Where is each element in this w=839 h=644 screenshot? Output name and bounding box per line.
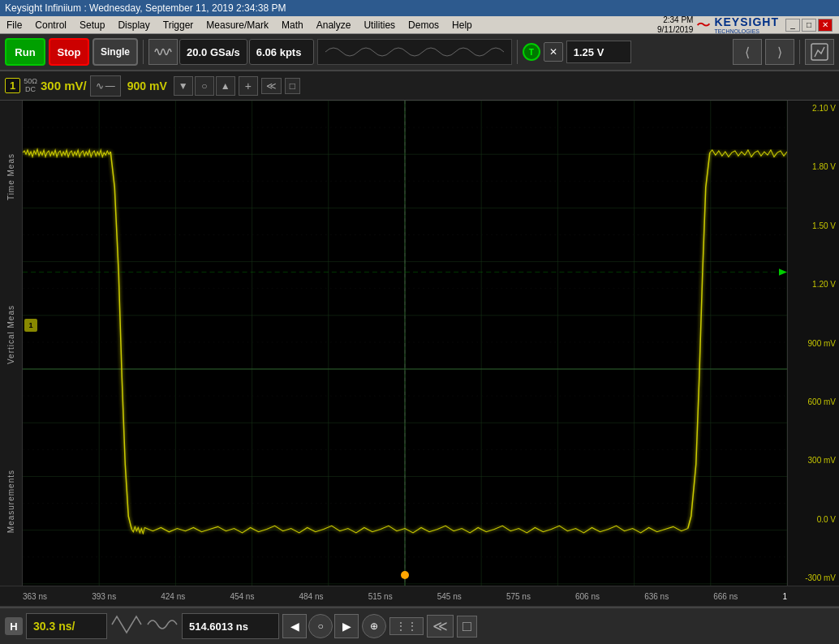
logo-clock: 2:34 PM	[657, 15, 694, 25]
nav-prev-icon[interactable]: ⟨	[733, 39, 762, 65]
menu-display[interactable]: Display	[111, 16, 156, 33]
left-labels: Time Meas Vertical Meas Measurements	[0, 101, 23, 586]
acquisition-waveform	[317, 39, 512, 65]
wave-ac-icon: ∿	[96, 80, 104, 92]
menu-utilities[interactable]: Utilities	[357, 16, 402, 33]
wave-mode2-icon	[146, 612, 179, 641]
t-label-7: 575 ns	[506, 592, 531, 601]
menu-math[interactable]: Math	[275, 16, 310, 33]
sep-1	[143, 40, 144, 64]
minimize-button[interactable]: _	[785, 19, 800, 32]
wave-form-icon[interactable]	[148, 39, 178, 65]
ch-add-btn[interactable]: +	[239, 76, 258, 96]
t-label-0: 363 ns	[23, 592, 47, 601]
collapse-btn[interactable]: □	[457, 616, 477, 638]
coupling-info: 50Ω DC	[24, 78, 37, 94]
memory-depth-display: 6.06 kpts	[249, 39, 314, 65]
expand-btn[interactable]: ≪	[427, 615, 454, 638]
v-label-6: 300 mV	[791, 456, 836, 465]
ch-collapse-btn[interactable]: □	[285, 78, 300, 94]
menu-help[interactable]: Help	[445, 16, 479, 33]
logo-brand: KEYSIGHT TECHNOLOGIES	[714, 15, 779, 35]
menu-setup[interactable]: Setup	[73, 16, 111, 33]
window-controls: _ □ ✕	[785, 19, 833, 32]
scope-canvas: 1	[23, 101, 787, 586]
trigger-indicator: T	[523, 43, 540, 61]
cursor-pos-display: 514.6013 ns	[182, 613, 279, 639]
time-axis-labels: 363 ns 393 ns 424 ns 454 ns 484 ns 515 n…	[0, 592, 787, 601]
t-label-2: 424 ns	[161, 592, 185, 601]
time-meas-label: Time Meas	[6, 153, 15, 200]
ch-expand-btn[interactable]: ≪	[261, 78, 282, 94]
toolbar-right: ⟨ ⟩	[733, 39, 834, 65]
v-label-2: 1.50 V	[791, 221, 836, 230]
time-per-div-display: 30.3 ns/	[26, 613, 107, 639]
t-label-4: 484 ns	[299, 592, 324, 601]
t-label-8: 606 ns	[575, 592, 600, 601]
menu-control[interactable]: Control	[28, 16, 73, 33]
auto-scale-icon[interactable]	[805, 39, 834, 65]
v-label-1: 1.80 V	[791, 162, 836, 171]
ch-offset-down-btn[interactable]: ▼	[174, 76, 193, 96]
sample-rate-group: 20.0 GSa/s 6.06 kpts	[148, 39, 314, 65]
horiz-badge: H	[5, 617, 23, 635]
zoom-btn[interactable]: ⊕	[362, 614, 386, 638]
brand-name: KEYSIGHT	[714, 15, 779, 28]
menu-analyze[interactable]: Analyze	[310, 16, 358, 33]
run-button[interactable]: Run	[5, 38, 45, 66]
channel-bar: 1 50Ω DC 300 mV/ ∿ — 900 mV ▼ ○ ▲ + ≪ □	[0, 71, 839, 101]
menu-file[interactable]: File	[0, 16, 28, 33]
logo-time: 2:34 PM 9/11/2019	[657, 15, 694, 35]
sample-rate-display: 20.0 GSa/s	[179, 39, 247, 65]
v-label-5: 600 mV	[791, 397, 836, 406]
wave-mode-icon	[110, 612, 143, 641]
trigger-level-display: 1.25 V	[566, 41, 631, 63]
nav-left-btn[interactable]: ◀	[282, 614, 307, 638]
v-label-0: 2.10 V	[791, 104, 836, 113]
ch-offset-display[interactable]: 900 mV	[124, 79, 170, 92]
t-label-1: 393 ns	[92, 592, 116, 601]
dots-menu-btn[interactable]: ⋮⋮	[389, 617, 424, 635]
maximize-button[interactable]: □	[802, 19, 816, 32]
bottom-bar: H 30.3 ns/ 514.6013 ns ◀ ○ ▶ ⊕ ⋮⋮ ≪ □	[0, 607, 839, 644]
display-area: Time Meas Vertical Meas Measurements	[0, 101, 839, 607]
sep-2	[517, 40, 518, 64]
single-button[interactable]: Single	[93, 38, 138, 66]
v-label-3: 1.20 V	[791, 280, 836, 289]
ref-triangle	[401, 571, 409, 579]
ch-offset-controls: ▼ ○ ▲	[174, 76, 235, 96]
coupling-label: DC	[25, 86, 36, 94]
t-label-6: 545 ns	[437, 592, 462, 601]
t-label-5: 515 ns	[368, 592, 393, 601]
measurements-label: Measurements	[6, 470, 15, 533]
trigger-x-btn[interactable]: ✕	[544, 42, 563, 62]
keysight-wave-icon: 〜	[696, 15, 711, 35]
menu-measure-mark[interactable]: Measure/Mark	[200, 16, 275, 33]
v-label-7: 0.0 V	[791, 515, 836, 524]
right-voltage-scale: 2.10 V 1.80 V 1.50 V 1.20 V 900 mV 600 m…	[787, 101, 839, 586]
menu-demos[interactable]: Demos	[402, 16, 445, 33]
sep-3	[799, 40, 800, 64]
brand-sub: TECHNOLOGIES	[714, 28, 779, 35]
close-button[interactable]: ✕	[818, 19, 833, 32]
ch-offset-up-btn[interactable]: ▲	[216, 76, 235, 96]
logo-date: 9/11/2019	[657, 25, 694, 35]
wave-dc-icon: —	[105, 80, 115, 92]
toolbar: Run Stop Single 20.0 GSa/s 6.06 kpts T ✕…	[0, 34, 839, 71]
waveform-svg	[23, 101, 787, 586]
vdiv-display[interactable]: 300 mV/	[41, 79, 87, 92]
waveform-type-btn[interactable]: ∿ —	[90, 75, 121, 97]
vertical-meas-label: Vertical Meas	[6, 305, 15, 364]
nav-next-icon[interactable]: ⟩	[765, 39, 794, 65]
nav-controls: ◀ ○ ▶	[282, 614, 359, 638]
menu-trigger[interactable]: Trigger	[157, 16, 200, 33]
logo-area: 2:34 PM 9/11/2019 〜 KEYSIGHT TECHNOLOGIE…	[657, 15, 839, 35]
t-label-right: 1	[782, 592, 787, 601]
title-text: Keysight Infiniium : Wednesday, Septembe…	[5, 2, 286, 14]
ch-offset-zero-btn[interactable]: ○	[195, 76, 214, 96]
nav-right-btn[interactable]: ▶	[334, 614, 359, 638]
channel-number-badge[interactable]: 1	[5, 78, 20, 93]
scope-row: Time Meas Vertical Meas Measurements	[0, 101, 839, 586]
stop-button[interactable]: Stop	[49, 38, 89, 66]
nav-home-btn[interactable]: ○	[308, 614, 333, 638]
